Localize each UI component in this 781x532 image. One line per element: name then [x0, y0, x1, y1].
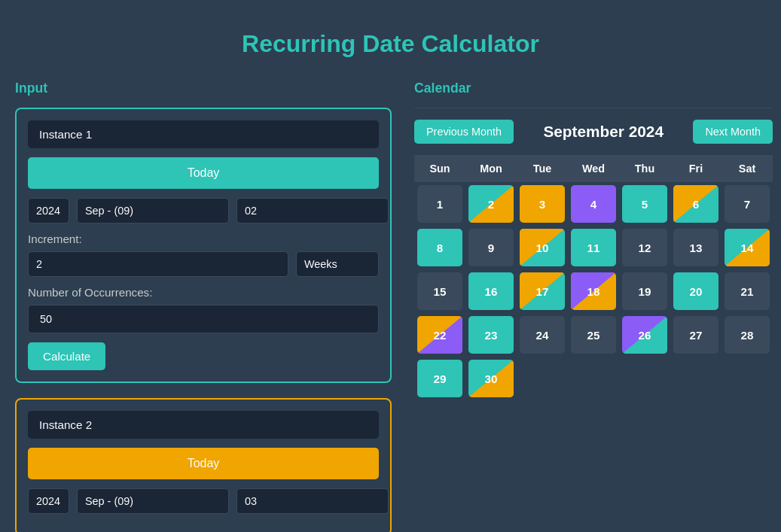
- calendar-day-13[interactable]: 13: [673, 229, 718, 266]
- calendar-day-empty: [622, 360, 667, 397]
- calendar-month-title: September 2024: [543, 123, 664, 141]
- calendar-day-empty: [571, 360, 616, 397]
- instance2-day-input[interactable]: [236, 488, 389, 514]
- prev-month-button[interactable]: Previous Month: [414, 120, 514, 144]
- calendar-day-30[interactable]: 30: [468, 360, 514, 397]
- calendar-day-23[interactable]: 23: [468, 316, 514, 354]
- calendar-dow-mon: Mon: [465, 155, 517, 182]
- calendar-panel: Calendar Previous Month September 2024 N…: [414, 81, 773, 400]
- calendar-day-25[interactable]: 25: [571, 316, 616, 354]
- calendar-table: SunMonTueWedThuFriSat 123456789101112131…: [414, 155, 773, 400]
- calendar-day-10[interactable]: 10: [520, 229, 565, 266]
- calendar-day-9[interactable]: 9: [468, 229, 514, 266]
- occurrences-label: Number of Occurrences:: [28, 286, 379, 299]
- instance1-month-input[interactable]: [77, 198, 229, 223]
- calendar-day-empty: [520, 360, 565, 397]
- increment-label: Increment:: [28, 233, 379, 245]
- calendar-day-12[interactable]: 12: [622, 229, 667, 266]
- calendar-day-6[interactable]: 6: [673, 185, 718, 223]
- calendar-day-16[interactable]: 16: [468, 272, 514, 310]
- instance1-label: Instance 1: [28, 120, 379, 148]
- instance1-year-select[interactable]: 2024: [28, 198, 69, 223]
- calendar-day-14[interactable]: 14: [725, 229, 770, 266]
- instance2-today-btn[interactable]: Today: [28, 448, 379, 479]
- calendar-dow-wed: Wed: [568, 155, 619, 182]
- calendar-day-24[interactable]: 24: [520, 316, 565, 354]
- calendar-day-8[interactable]: 8: [417, 229, 462, 266]
- calendar-day-empty: [673, 360, 718, 397]
- calendar-day-15[interactable]: 15: [417, 272, 462, 310]
- instance1-date-row: 2024: [28, 198, 379, 223]
- calendar-dow-sat: Sat: [722, 155, 773, 182]
- calendar-day-2[interactable]: 2: [468, 185, 514, 223]
- instance2-month-input[interactable]: [77, 488, 229, 514]
- calendar-dow-thu: Thu: [619, 155, 670, 182]
- calendar-day-1[interactable]: 1: [417, 185, 462, 223]
- instance1-today-btn[interactable]: Today: [28, 157, 379, 189]
- calendar-day-20[interactable]: 20: [673, 272, 718, 310]
- occurrences-input[interactable]: [28, 305, 379, 333]
- calendar-day-21[interactable]: 21: [725, 272, 770, 310]
- increment-row: 2 Weeks: [28, 251, 379, 277]
- input-section-title: Input: [15, 81, 392, 96]
- calendar-day-empty: [725, 360, 770, 397]
- calendar-day-3[interactable]: 3: [520, 185, 565, 223]
- calendar-day-11[interactable]: 11: [571, 229, 616, 266]
- instance2-label: Instance 2: [28, 411, 379, 439]
- calendar-day-17[interactable]: 17: [520, 272, 565, 310]
- increment-unit-select[interactable]: Weeks: [296, 251, 379, 277]
- next-month-button[interactable]: Next Month: [693, 120, 773, 144]
- calendar-day-22[interactable]: 22: [417, 316, 462, 354]
- calendar-day-4[interactable]: 4: [571, 185, 616, 223]
- calendar-dow-fri: Fri: [670, 155, 722, 182]
- instance2-year-select[interactable]: 2024: [28, 488, 69, 514]
- calendar-day-26[interactable]: 26: [622, 316, 667, 354]
- instance1-box: Instance 1 Today 2024 Increment: 2 Weeks…: [15, 108, 392, 383]
- calendar-nav: Previous Month September 2024 Next Month: [414, 120, 773, 144]
- calendar-day-19[interactable]: 19: [622, 272, 667, 310]
- calendar-day-7[interactable]: 7: [725, 185, 770, 223]
- calendar-day-29[interactable]: 29: [417, 360, 462, 397]
- calendar-day-5[interactable]: 5: [622, 185, 667, 223]
- instance2-box: Instance 2 Today 2024: [15, 398, 392, 532]
- instance1-day-input[interactable]: [236, 198, 389, 223]
- calendar-section-title: Calendar: [414, 81, 773, 96]
- calendar-day-27[interactable]: 27: [673, 316, 718, 354]
- calendar-day-18[interactable]: 18: [571, 272, 616, 310]
- calendar-day-28[interactable]: 28: [725, 316, 770, 354]
- calendar-dow-tue: Tue: [517, 155, 568, 182]
- calendar-dow-sun: Sun: [414, 155, 465, 182]
- instance2-date-row: 2024: [28, 488, 379, 514]
- page-title: Recurring Date Calculator: [15, 15, 766, 81]
- calculate-button[interactable]: Calculate: [28, 342, 105, 370]
- left-panel: Input Instance 1 Today 2024 Increment: 2…: [15, 81, 392, 532]
- increment-value-select[interactable]: 2: [28, 251, 288, 277]
